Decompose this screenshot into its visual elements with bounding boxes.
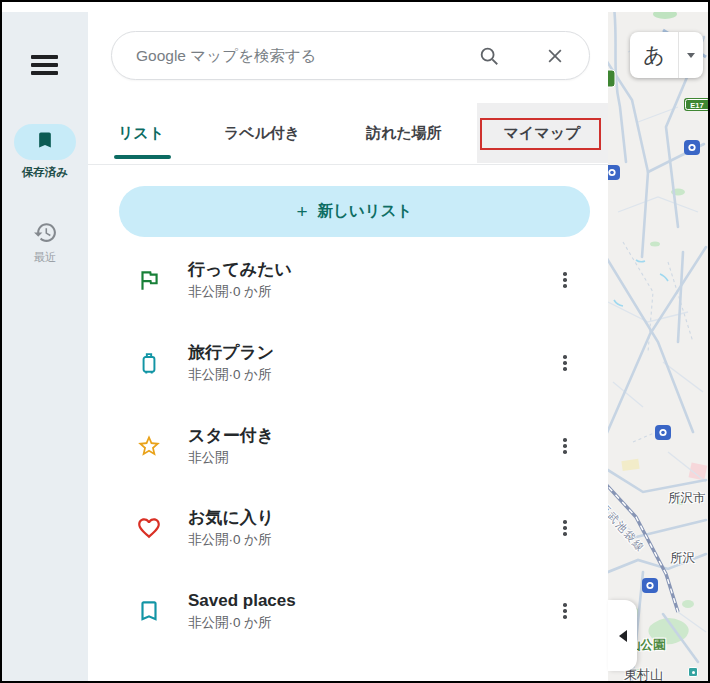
luggage-icon bbox=[136, 350, 162, 376]
new-list-button[interactable]: + 新しいリスト bbox=[119, 186, 590, 237]
map-canvas[interactable]: E17 所沢市 西武池袋線 所沢 山公園 東村山 bbox=[608, 12, 708, 681]
more-options-icon[interactable] bbox=[556, 434, 574, 458]
saved-label: 保存済み bbox=[2, 165, 88, 180]
chevron-down-icon[interactable] bbox=[679, 32, 703, 78]
history-icon bbox=[2, 220, 88, 245]
list-item-want-to-go[interactable]: 行ってみたい 非公開·0 か所 bbox=[88, 247, 608, 313]
collapse-panel-icon bbox=[619, 630, 627, 642]
list-item-travel-plans[interactable]: 旅行プラン 非公開·0 か所 bbox=[88, 330, 608, 396]
more-options-icon[interactable] bbox=[556, 516, 574, 540]
language-input-button[interactable]: あ bbox=[630, 32, 703, 78]
search-icon[interactable] bbox=[477, 44, 501, 68]
close-icon[interactable] bbox=[543, 44, 567, 68]
expressway-badge-partial bbox=[608, 70, 615, 87]
tab-bar: リスト ラベル付き 訪れた場所 マイマップ bbox=[88, 101, 608, 165]
expressway-badge-e17: E17 bbox=[684, 98, 708, 111]
list-title: Saved places bbox=[188, 590, 556, 612]
selected-tab-underline bbox=[114, 155, 171, 159]
tab-visited[interactable]: 訪れた場所 bbox=[347, 101, 461, 165]
station-icon bbox=[688, 667, 698, 677]
tab-labeled[interactable]: ラベル付き bbox=[207, 101, 317, 165]
hamburger-icon bbox=[31, 55, 58, 58]
sidebar-item-saved[interactable]: 保存済み bbox=[2, 124, 88, 180]
list-subtitle: 非公開·0 か所 bbox=[188, 366, 556, 384]
list-title: お気に入り bbox=[188, 507, 556, 529]
list-item-favorites[interactable]: お気に入り 非公開·0 か所 bbox=[88, 495, 608, 561]
list-subtitle: 非公開 bbox=[188, 449, 556, 467]
list-title: 旅行プラン bbox=[188, 342, 556, 364]
tabs-divider bbox=[88, 164, 608, 165]
map-label-city: 所沢市 bbox=[668, 490, 706, 507]
list-subtitle: 非公開·0 か所 bbox=[188, 614, 556, 632]
tab-mymaps[interactable]: マイマップ bbox=[485, 101, 599, 165]
star-icon bbox=[136, 433, 162, 459]
heart-icon bbox=[136, 515, 162, 541]
search-input[interactable] bbox=[136, 47, 477, 65]
flag-icon bbox=[136, 267, 162, 293]
bookmark-filled-icon bbox=[35, 130, 55, 154]
list-item-saved-places[interactable]: Saved places 非公開·0 か所 bbox=[88, 578, 608, 644]
more-options-icon[interactable] bbox=[556, 599, 574, 623]
menu-button[interactable] bbox=[28, 50, 60, 80]
map-graphics: E17 bbox=[608, 12, 708, 681]
search-box bbox=[111, 31, 590, 80]
saved-pill bbox=[14, 124, 76, 160]
left-rail: 保存済み 最近 bbox=[2, 12, 88, 681]
more-options-icon[interactable] bbox=[556, 351, 574, 375]
sidebar-item-recent[interactable]: 最近 bbox=[2, 220, 88, 265]
map-label-town: 所沢 bbox=[670, 550, 695, 567]
saved-panel: リスト ラベル付き 訪れた場所 マイマップ + 新しいリスト 行ってみたい 非公… bbox=[88, 2, 608, 681]
google-maps-window: 保存済み 最近 リスト ラベル付き 訪れた場所 マイマップ bbox=[0, 0, 710, 683]
plus-icon: + bbox=[297, 201, 308, 223]
svg-text:E17: E17 bbox=[690, 101, 703, 110]
list-title: 行ってみたい bbox=[188, 259, 556, 281]
bookmark-icon bbox=[136, 598, 162, 624]
collapse-panel-button[interactable] bbox=[608, 600, 637, 671]
more-options-icon[interactable] bbox=[556, 268, 574, 292]
recent-label: 最近 bbox=[2, 250, 88, 265]
list-item-starred[interactable]: スター付き 非公開 bbox=[88, 413, 608, 479]
list-title: スター付き bbox=[188, 425, 556, 447]
list-subtitle: 非公開·0 か所 bbox=[188, 531, 556, 549]
language-button-label: あ bbox=[630, 32, 679, 78]
new-list-label: 新しいリスト bbox=[318, 201, 413, 222]
list-subtitle: 非公開·0 か所 bbox=[188, 283, 556, 301]
top-strip bbox=[2, 2, 708, 12]
